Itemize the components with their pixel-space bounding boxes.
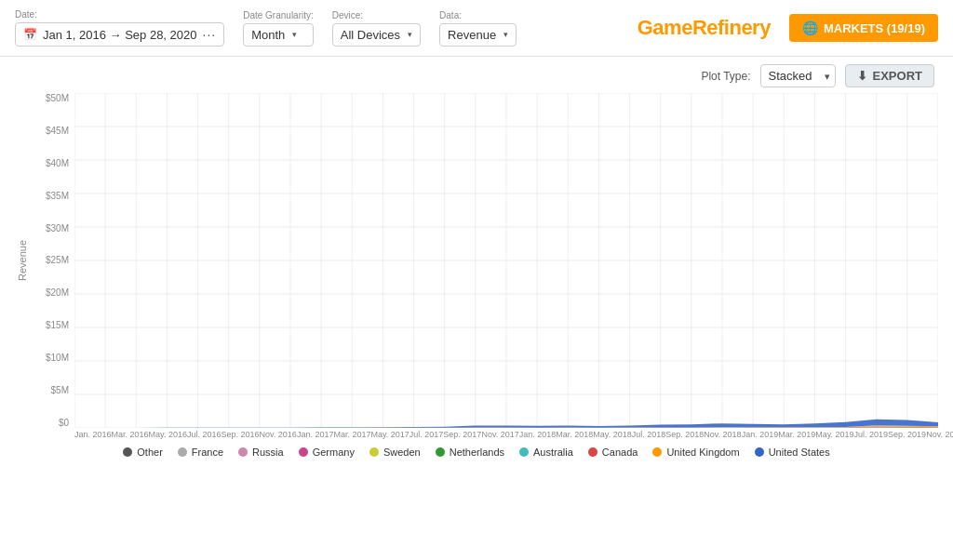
y-axis-tick: $45M xyxy=(46,126,69,136)
plot-type-label: Plot Type: xyxy=(701,70,750,83)
plot-type-select[interactable]: Stacked xyxy=(760,64,836,87)
legend-label: Netherlands xyxy=(450,447,504,458)
y-axis-tick: $30M xyxy=(46,223,69,233)
legend-color xyxy=(369,447,379,457)
legend-item: France xyxy=(178,447,223,458)
x-axis-tick: Jan. 2016 xyxy=(74,430,112,439)
date-label: Date: xyxy=(15,9,224,20)
x-axis-tick: May. 2019 xyxy=(815,430,853,439)
legend-color xyxy=(123,447,132,457)
x-axis-tick: Sep. 2017 xyxy=(443,430,481,439)
device-value: All Devices xyxy=(341,28,400,42)
legend-label: Australia xyxy=(533,447,573,458)
date-picker[interactable]: 📅 Jan 1, 2016 → Sep 28, 2020 ··· xyxy=(15,22,224,47)
logo-text1: Game xyxy=(638,16,692,39)
x-axis-tick: Jan. 2017 xyxy=(297,430,334,439)
granularity-caret-icon: ▾ xyxy=(292,30,297,39)
x-axis-tick: Nov. 2017 xyxy=(481,430,518,439)
y-axis-tick: $5M xyxy=(51,385,69,395)
date-value: Jan 1, 2016 → Sep 28, 2020 xyxy=(43,28,197,42)
legend-item: United States xyxy=(755,447,830,458)
granularity-value: Month xyxy=(251,28,285,42)
y-axis-tick: $35M xyxy=(46,191,69,201)
logo-text2: Refinery xyxy=(692,16,771,39)
data-value: Revenue xyxy=(448,28,496,42)
legend-label: France xyxy=(192,447,223,458)
calendar-icon: 📅 xyxy=(23,28,37,41)
date-dots: ··· xyxy=(203,27,217,42)
export-label: EXPORT xyxy=(873,69,922,83)
y-axis-label: Revenue xyxy=(17,240,28,281)
legend-item: Sweden xyxy=(369,447,421,458)
x-axis-tick: Mar. 2018 xyxy=(556,430,593,439)
x-axis-tick: Nov. 2016 xyxy=(260,430,297,439)
y-axis-tick: $0 xyxy=(59,418,69,428)
y-axis-tick: $15M xyxy=(46,320,69,330)
legend-color xyxy=(519,447,529,457)
y-axis-tick: $40M xyxy=(46,158,69,168)
x-axis-tick: Jan. 2019 xyxy=(742,430,779,439)
legend-item: Australia xyxy=(519,447,573,458)
device-label: Device: xyxy=(332,10,421,20)
export-button[interactable]: ⬇ EXPORT xyxy=(845,64,934,87)
legend-label: United Kingdom xyxy=(666,447,739,458)
chart-controls: Plot Type: Stacked ⬇ EXPORT xyxy=(15,64,938,87)
stacked-area-chart xyxy=(74,93,938,428)
legend-label: Canada xyxy=(602,447,638,458)
legend-item: Canada xyxy=(588,447,638,458)
granularity-label: Date Granularity: xyxy=(243,10,314,20)
markets-button[interactable]: 🌐 MARKETS (19/19) xyxy=(789,14,938,42)
legend-item: Other xyxy=(123,447,163,458)
device-select[interactable]: All Devices ▾ xyxy=(332,23,421,47)
x-axis-tick: Mar. 2017 xyxy=(333,430,370,439)
x-axis-tick: May. 2018 xyxy=(593,430,631,439)
legend-color xyxy=(588,447,597,457)
x-axis-tick: Mar. 2019 xyxy=(778,430,815,439)
x-axis-labels: Jan. 2016Mar. 2016May. 2016Jul. 2016Sep.… xyxy=(15,430,938,439)
header: Date: 📅 Jan 1, 2016 → Sep 28, 2020 ··· D… xyxy=(0,0,953,57)
y-axis-label-container: Revenue xyxy=(15,93,30,428)
x-axis-tick: Nov. 2019 xyxy=(926,430,953,439)
x-axis-tick: Sep. 2018 xyxy=(665,430,704,439)
granularity-select[interactable]: Month ▾ xyxy=(243,23,314,47)
legend-label: Russia xyxy=(252,447,284,458)
x-axis-tick: Sep. 2019 xyxy=(888,430,926,439)
legend-color xyxy=(436,447,445,457)
markets-button-label: MARKETS (19/19) xyxy=(824,21,925,35)
data-filter-group: Data: Revenue ▾ xyxy=(439,10,517,47)
chart-container: Plot Type: Stacked ⬇ EXPORT Revenue $50M… xyxy=(0,57,953,461)
data-select[interactable]: Revenue ▾ xyxy=(439,23,517,47)
legend-color xyxy=(299,447,308,457)
y-axis: $50M$45M$40M$35M$30M$25M$20M$15M$10M$5M$… xyxy=(30,93,74,428)
x-axis-tick: May. 2016 xyxy=(149,430,187,439)
legend-color xyxy=(238,447,248,457)
download-icon: ⬇ xyxy=(857,69,867,83)
legend-item: Netherlands xyxy=(436,447,504,458)
legend-label: United States xyxy=(769,447,830,458)
y-axis-tick: $50M xyxy=(46,93,69,103)
device-caret-icon: ▾ xyxy=(408,30,412,39)
legend-item: Germany xyxy=(299,447,355,458)
legend-label: Other xyxy=(137,447,163,458)
plot-type-wrapper: Stacked xyxy=(760,64,836,87)
x-axis-tick: Sep. 2016 xyxy=(221,430,259,439)
data-label: Data: xyxy=(439,10,517,20)
chart-area xyxy=(74,93,938,428)
data-caret-icon: ▾ xyxy=(503,30,508,39)
x-axis-tick: Jul. 2018 xyxy=(632,430,666,439)
legend-item: Russia xyxy=(238,447,284,458)
legend: OtherFranceRussiaGermanySwedenNetherland… xyxy=(15,439,938,461)
legend-item: United Kingdom xyxy=(652,447,739,458)
y-axis-tick: $20M xyxy=(46,287,69,298)
x-axis-tick: Mar. 2016 xyxy=(112,430,149,439)
y-axis-tick: $25M xyxy=(46,255,69,265)
x-axis-tick: Jul. 2017 xyxy=(409,430,444,439)
date-filter-group: Date: 📅 Jan 1, 2016 → Sep 28, 2020 ··· xyxy=(15,9,224,47)
legend-color xyxy=(652,447,662,457)
chart-wrapper: Revenue $50M$45M$40M$35M$30M$25M$20M$15M… xyxy=(15,93,938,428)
x-axis-tick: Jul. 2016 xyxy=(187,430,221,439)
device-filter-group: Device: All Devices ▾ xyxy=(332,10,421,47)
y-axis-tick: $10M xyxy=(46,353,69,363)
granularity-filter-group: Date Granularity: Month ▾ xyxy=(243,10,314,47)
globe-icon: 🌐 xyxy=(802,20,818,35)
